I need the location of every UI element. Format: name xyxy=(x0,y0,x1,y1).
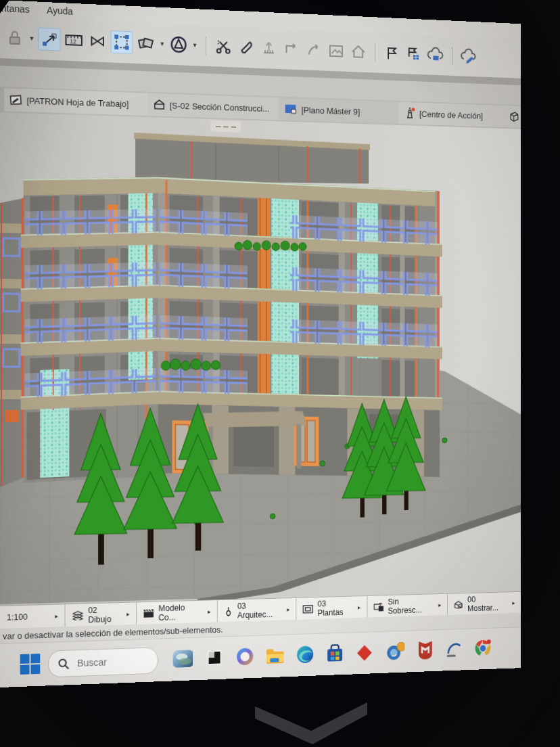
mvo-icon xyxy=(143,609,154,618)
select-frame-icon[interactable] xyxy=(110,30,133,54)
tab-patron-hoja-de-trabajo[interactable]: [PATRON Hoja de Trabajo] xyxy=(4,88,154,116)
toolbar-separator xyxy=(206,37,206,55)
search-icon xyxy=(58,658,70,669)
pen-set-selector[interactable]: 03 Arquitec... ▸ xyxy=(218,598,297,622)
pen-set-icon xyxy=(224,606,233,616)
arc-arrow-icon[interactable] xyxy=(304,39,323,61)
menu-item-ayuda[interactable]: Ayuda xyxy=(47,5,73,17)
riser-icon[interactable] xyxy=(258,37,279,59)
segment-label: 03 Arquitec... xyxy=(237,600,283,620)
chevron-right-icon: ▸ xyxy=(55,613,57,620)
cloud-edit-icon[interactable] xyxy=(459,46,477,67)
layout-icon xyxy=(284,103,298,115)
toolbar-separator xyxy=(375,43,375,62)
microsoft-store-icon[interactable] xyxy=(325,643,345,664)
left-facade xyxy=(21,177,161,483)
tab-label: [S-02 Sección Construcci... xyxy=(170,100,269,114)
svg-text:12: 12 xyxy=(70,38,76,45)
segment-label: 02 Dibujo xyxy=(88,605,122,625)
copilot-icon[interactable] xyxy=(235,646,255,667)
edge-icon[interactable] xyxy=(295,643,314,665)
search-input[interactable] xyxy=(76,655,137,669)
flag-list-icon[interactable] xyxy=(404,43,423,65)
flag-icon[interactable] xyxy=(382,43,402,64)
filter-icon xyxy=(454,600,463,610)
arrow-select-icon[interactable] xyxy=(38,27,60,51)
renovation-filter-selector[interactable]: Sin Sobresc... ▸ xyxy=(367,594,448,618)
chevron-right-icon: ▸ xyxy=(287,606,289,613)
chevron-right-icon: ▸ xyxy=(208,608,210,615)
segment-label: 03 Plantas xyxy=(317,598,353,617)
tab-plano-master-9[interactable]: [Plano Máster 9] xyxy=(279,97,404,124)
red-diamond-icon[interactable] xyxy=(354,642,374,664)
chevron-right-icon: ▸ xyxy=(438,602,441,608)
layers-icon xyxy=(72,610,83,620)
renovation-icon xyxy=(373,602,383,612)
search-box[interactable] xyxy=(48,647,158,677)
toolbar-separator xyxy=(452,47,452,65)
tab-label: [Centro de Acción] xyxy=(419,109,483,120)
left-wing xyxy=(0,198,24,487)
tab-next-partial[interactable] xyxy=(508,106,521,128)
chevron-down-icon[interactable]: ▼ xyxy=(192,42,197,49)
browser-icon[interactable] xyxy=(473,638,492,659)
segment-label: Modelo Co... xyxy=(158,603,203,622)
3d-model-canvas xyxy=(0,112,521,606)
graphic-override-selector[interactable]: 03 Plantas ▸ xyxy=(296,596,367,620)
segment-label: 00 Mostrar... xyxy=(467,594,508,613)
corner-arrow-icon[interactable] xyxy=(281,39,302,60)
cloud-home-icon[interactable] xyxy=(426,45,446,66)
panel-collapse-handle[interactable] xyxy=(210,120,241,133)
scale-value: 1:100 xyxy=(7,612,28,622)
marquee-icon[interactable] xyxy=(87,30,108,52)
home-icon[interactable] xyxy=(348,41,368,63)
compass-circle-icon[interactable] xyxy=(168,34,189,56)
photo-corner-shadow xyxy=(0,0,9,14)
section-icon xyxy=(153,99,166,111)
file-explorer-icon[interactable] xyxy=(265,645,285,666)
chevron-down-icon[interactable]: ▼ xyxy=(29,35,35,42)
drag-copy-icon[interactable] xyxy=(135,32,156,55)
chevron-down-icon[interactable]: ▼ xyxy=(159,41,165,47)
tab-s02-seccion[interactable]: [S-02 Sección Construcci... xyxy=(147,93,284,120)
tab-label: [Plano Máster 9] xyxy=(302,105,360,116)
mcafee-icon[interactable] xyxy=(416,640,436,661)
cube-icon xyxy=(509,111,520,122)
knife-icon[interactable] xyxy=(236,37,256,58)
filter-selector[interactable]: 00 Mostrar... ▸ xyxy=(448,592,521,616)
layer-combination-selector[interactable]: 02 Dibujo ▸ xyxy=(65,602,137,627)
tab-label: [PATRON Hoja de Trabajo] xyxy=(27,95,129,109)
worksheet-icon xyxy=(9,93,23,106)
tab-centro-de-accion[interactable]: [Centro de Acción] xyxy=(398,102,514,128)
chevron-right-icon: ▸ xyxy=(512,599,515,606)
community-icon[interactable] xyxy=(386,641,405,662)
chevron-right-icon: ▸ xyxy=(358,604,360,611)
override-icon xyxy=(303,604,313,613)
widgets-icon[interactable] xyxy=(172,648,193,669)
archicad-icon[interactable] xyxy=(444,639,463,660)
chevron-right-icon: ▸ xyxy=(126,611,129,618)
image-frame-icon[interactable] xyxy=(326,41,346,62)
segment-label: Sin Sobresc... xyxy=(388,596,434,616)
snip-tool-icon[interactable] xyxy=(204,647,225,669)
dimension-icon[interactable]: 12 xyxy=(63,29,84,51)
model-view-options-selector[interactable]: Modelo Co... ▸ xyxy=(137,600,218,625)
scissors-icon[interactable] xyxy=(213,35,233,57)
laptop-brand-logo xyxy=(247,697,375,747)
laptop-screen: ntanas Ayuda ▼ 12 xyxy=(0,0,521,687)
3d-viewport[interactable] xyxy=(0,112,521,606)
scale-selector[interactable]: 1:100 ▸ xyxy=(0,604,65,629)
action-center-icon xyxy=(404,107,416,120)
start-button[interactable] xyxy=(20,654,41,675)
lock-icon[interactable] xyxy=(4,26,26,49)
